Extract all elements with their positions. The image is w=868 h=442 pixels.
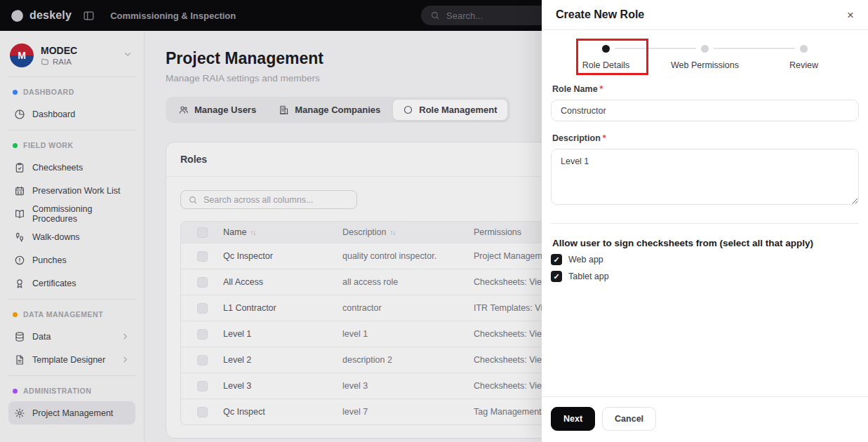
section-label: DATA MANAGEMENT — [8, 307, 135, 325]
close-icon[interactable]: × — [847, 9, 854, 21]
org-name: MODEC — [41, 45, 77, 56]
tab-manage-companies[interactable]: Manage Companies — [268, 99, 391, 121]
checksheet-icon — [14, 162, 25, 173]
calendar-icon — [14, 185, 25, 196]
users-icon — [178, 105, 189, 115]
description-label: Description* — [552, 133, 859, 143]
sidebar-item-preservation-work-list[interactable]: Preservation Work List — [8, 179, 135, 202]
sidebar-item-certificates[interactable]: Certificates — [8, 272, 135, 295]
row-checkbox[interactable] — [197, 329, 208, 340]
book-icon — [14, 208, 25, 220]
sidebar-item-data[interactable]: Data — [8, 325, 135, 348]
sidebar-section-dashboard: DASHBOARD Dashboard — [8, 77, 135, 130]
table-search[interactable] — [180, 190, 357, 209]
section-dot-icon — [13, 143, 18, 148]
row-checkbox[interactable] — [197, 277, 208, 288]
ring-icon — [403, 105, 413, 115]
alert-circle-icon — [14, 255, 25, 266]
section-label: ADMINISTRATION — [8, 384, 135, 401]
role-name-field: Role Name* — [551, 84, 859, 121]
section-dot-icon — [13, 389, 18, 394]
gear-icon — [14, 408, 25, 419]
section-label: DASHBOARD — [8, 85, 135, 102]
sidebar-section-data-management: DATA MANAGEMENT Data Template Designer — [8, 300, 135, 376]
role-name-input[interactable] — [551, 100, 859, 121]
section-label: FIELD WORK — [8, 138, 135, 156]
row-checkbox[interactable] — [197, 355, 208, 366]
wizard-stepper: Role Details Web Permissions Review — [556, 44, 853, 70]
drawer-header: Create New Role × — [542, 0, 868, 30]
checkbox-web-app[interactable]: ✓ Web app — [551, 254, 859, 265]
select-all-checkbox[interactable] — [197, 227, 208, 238]
row-checkbox[interactable] — [197, 381, 208, 391]
required-asterisk: * — [600, 84, 603, 94]
sidebar: MODECM MODEC RAIA DASHBOARD Dashboard — [0, 31, 145, 442]
dashboard-icon — [14, 109, 25, 120]
step-review[interactable]: Review — [754, 44, 853, 70]
section-dot-icon — [13, 90, 18, 95]
search-icon — [188, 195, 198, 205]
sidebar-section-administration: ADMINISTRATION Project Management — [8, 376, 135, 429]
chevron-right-icon — [121, 332, 130, 341]
description-field: Description* Level 1 — [551, 133, 859, 208]
file-icon — [14, 354, 25, 366]
cancel-button[interactable]: Cancel — [602, 407, 656, 431]
sidebar-toggle-icon[interactable] — [83, 10, 95, 22]
next-button[interactable]: Next — [551, 407, 595, 431]
deskely-logo-icon — [10, 8, 25, 23]
tab-group: Manage Users Manage Companies Role Manag… — [166, 97, 510, 123]
checked-checkbox-icon[interactable]: ✓ — [551, 271, 562, 282]
sidebar-item-dashboard[interactable]: Dashboard — [8, 102, 135, 126]
row-checkbox[interactable] — [197, 407, 208, 417]
award-icon — [14, 278, 25, 289]
row-checkbox[interactable] — [197, 303, 208, 314]
workspace-name: RAIA — [53, 58, 72, 66]
create-role-drawer: Create New Role × Role Details Web Permi… — [542, 0, 868, 442]
role-name-label: Role Name* — [552, 84, 859, 94]
step-web-permissions[interactable]: Web Permissions — [655, 44, 754, 70]
tab-manage-users[interactable]: Manage Users — [168, 99, 267, 121]
sidebar-section-field-work: FIELD WORK Checksheets Preservation Work… — [8, 130, 135, 300]
column-header-description[interactable]: Description↑↓ — [342, 227, 474, 237]
checkbox-tablet-app[interactable]: ✓ Tablet app — [551, 271, 859, 282]
sign-from-label: Allow user to sign checksheets from (sel… — [552, 238, 859, 248]
folder-icon — [41, 58, 49, 66]
sidebar-item-checksheets[interactable]: Checksheets — [8, 156, 135, 179]
step-dot-icon — [800, 45, 808, 53]
table-search-input[interactable] — [203, 195, 344, 205]
required-asterisk: * — [603, 133, 606, 143]
chevron-right-icon — [121, 355, 130, 364]
column-header-name[interactable]: Name↑↓ — [223, 227, 342, 237]
section-dot-icon — [13, 312, 18, 317]
sidebar-item-project-management[interactable]: Project Management — [8, 401, 135, 424]
database-icon — [14, 331, 25, 342]
section-divider — [551, 223, 859, 224]
building-icon — [279, 105, 289, 115]
drawer-footer: Next Cancel — [542, 396, 868, 442]
row-checkbox[interactable] — [197, 251, 208, 262]
chevron-down-icon — [123, 49, 133, 59]
checked-checkbox-icon[interactable]: ✓ — [551, 254, 562, 265]
footprints-icon — [14, 232, 25, 243]
sidebar-item-commissioning-procedures[interactable]: Commissioning Procedures — [8, 202, 135, 225]
sort-icon: ↑↓ — [250, 229, 255, 236]
search-icon — [430, 11, 440, 20]
brand: deskely — [10, 8, 72, 23]
brand-name: deskely — [29, 9, 72, 22]
step-role-details[interactable]: Role Details — [556, 44, 655, 70]
description-textarea[interactable]: Level 1 — [551, 149, 859, 205]
org-logo: MODECM — [10, 43, 34, 67]
sidebar-item-template-designer[interactable]: Template Designer — [8, 348, 135, 371]
sidebar-item-walk-downs[interactable]: Walk-downs — [8, 225, 135, 248]
tab-role-management[interactable]: Role Management — [392, 99, 507, 121]
org-switcher[interactable]: MODECM MODEC RAIA — [8, 38, 135, 77]
step-dot-icon — [602, 45, 610, 53]
app-title: Commissioning & Inspection — [110, 11, 236, 21]
sidebar-item-punches[interactable]: Punches — [8, 248, 135, 272]
drawer-title: Create New Role — [556, 8, 644, 21]
step-dot-icon — [701, 45, 709, 53]
sort-icon: ↑↓ — [390, 229, 396, 236]
